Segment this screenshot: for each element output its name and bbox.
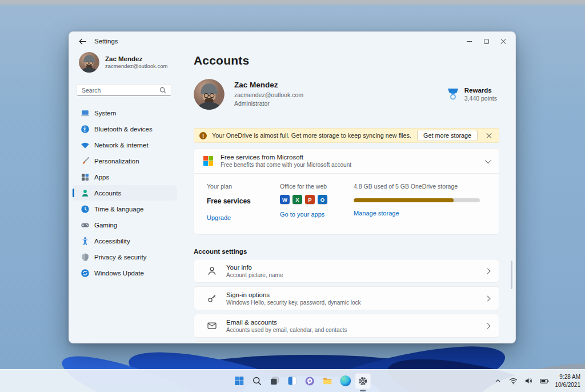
chevron-right-icon — [485, 295, 491, 301]
taskbar-chat-button[interactable] — [302, 373, 318, 389]
battery-icon[interactable] — [540, 377, 549, 386]
minimize-button[interactable] — [460, 34, 478, 48]
sidebar-item-bluetooth-devices[interactable]: Bluetooth & devices — [73, 121, 177, 137]
go-to-apps-link[interactable]: Go to your apps — [280, 211, 324, 218]
search-icon — [159, 87, 166, 94]
avatar-image — [79, 52, 99, 73]
storage-usage-label: 4.8 GB used of 5 GB OneDrive storage — [354, 183, 480, 190]
free-services-header[interactable]: Free services from Microsoft Free benefi… — [194, 149, 499, 173]
settings-row-partial[interactable] — [194, 341, 499, 343]
update-arrows-icon — [81, 269, 90, 278]
close-button[interactable] — [495, 34, 512, 48]
your-info-row[interactable]: Your info Account picture, name — [194, 259, 499, 283]
sidebar-item-label: Windows Update — [94, 270, 144, 277]
account-settings-list: Your info Account picture, name Sign-in … — [194, 259, 499, 343]
accessibility-icon — [81, 237, 90, 246]
excel-icon[interactable]: X — [292, 195, 302, 204]
taskbar-task-view-button[interactable] — [266, 373, 282, 389]
sidebar-item-accounts[interactable]: Accounts — [73, 185, 177, 201]
taskbar-edge-button[interactable] — [337, 373, 353, 389]
sign-in-options-row[interactable]: Sign-in options Windows Hello, security … — [194, 286, 499, 310]
word-icon[interactable]: W — [280, 195, 290, 204]
chat-icon — [304, 376, 315, 386]
sidebar-item-gaming[interactable]: Gaming — [73, 217, 177, 233]
sidebar-item-label: Privacy & security — [94, 254, 146, 261]
taskbar-widgets-button[interactable] — [284, 373, 300, 389]
plan-name: Free services — [207, 197, 280, 205]
sidebar-nav: System Bluetooth & devices Network & int… — [73, 105, 177, 281]
taskbar-file-explorer-button[interactable] — [319, 373, 335, 389]
taskbar-search-button[interactable] — [249, 373, 265, 389]
taskbar-clock[interactable]: 9:28 AM 10/6/2021 — [555, 373, 581, 389]
search-input[interactable] — [82, 87, 159, 94]
clock-globe-icon — [81, 205, 90, 214]
back-button[interactable] — [75, 35, 90, 47]
sidebar-item-label: Apps — [94, 174, 109, 181]
upgrade-link[interactable]: Upgrade — [207, 214, 231, 221]
sidebar-item-label: Personalization — [94, 158, 139, 165]
accounts-person-icon — [81, 189, 90, 198]
sidebar-item-personalization[interactable]: Personalization — [73, 153, 177, 169]
minimize-icon — [467, 41, 472, 42]
office-app-icons: W X P O — [280, 195, 354, 204]
search-box[interactable] — [77, 84, 171, 96]
sidebar-item-label: Network & internet — [94, 142, 149, 149]
row-subtitle: Accounts used by email, calendar, and co… — [226, 327, 347, 333]
rewards-badge[interactable]: Rewards 3,440 points — [447, 87, 499, 102]
wifi-status-icon[interactable] — [509, 377, 518, 386]
sidebar-item-apps[interactable]: Apps — [73, 169, 177, 185]
sidebar-item-label: Accessibility — [94, 238, 130, 245]
paintbrush-icon — [81, 157, 90, 166]
scrollbar-thumb[interactable] — [511, 261, 512, 289]
bluetooth-icon — [81, 125, 90, 134]
windows-start-icon — [234, 376, 244, 386]
email-accounts-row[interactable]: Email & accounts Accounts used by email,… — [194, 314, 499, 338]
maximize-button[interactable] — [478, 34, 495, 48]
sidebar-item-accessibility[interactable]: Accessibility — [73, 233, 177, 249]
rewards-icon — [447, 87, 459, 101]
chevron-right-icon — [485, 323, 491, 329]
sidebar-item-label: System — [94, 110, 116, 117]
sidebar-item-system[interactable]: System — [73, 105, 177, 121]
settings-gear-icon — [358, 376, 368, 386]
window-title: Settings — [94, 38, 118, 45]
page-title: Accounts — [194, 54, 499, 67]
taskbar-settings-button[interactable] — [355, 373, 371, 389]
sidebar-user-email: zacmendez@outlook.com — [105, 63, 167, 70]
taskbar-start-button[interactable] — [231, 373, 247, 389]
chevron-right-icon — [485, 268, 491, 274]
banner-close-button[interactable] — [483, 130, 495, 141]
sidebar-item-privacy-security[interactable]: Privacy & security — [73, 249, 177, 265]
wifi-icon — [81, 141, 90, 150]
account-avatar[interactable] — [194, 79, 225, 110]
sidebar-item-windows-update[interactable]: Windows Update — [73, 265, 177, 281]
volume-icon[interactable] — [524, 377, 534, 386]
tray-chevron-up-icon[interactable] — [494, 377, 503, 386]
sidebar-item-time-language[interactable]: Time & language — [73, 201, 177, 217]
chevron-down-icon[interactable] — [485, 157, 491, 163]
outlook-icon[interactable]: O — [318, 195, 327, 204]
sidebar-item-network-internet[interactable]: Network & internet — [73, 137, 177, 153]
manage-storage-link[interactable]: Manage storage — [354, 210, 399, 217]
account-profile-header: Zac Mendez zacmendez@outlook.com Adminis… — [194, 79, 499, 110]
key-icon — [207, 293, 217, 303]
widgets-icon — [287, 376, 297, 386]
clock-time: 9:28 AM — [555, 373, 581, 381]
row-title: Sign-in options — [226, 291, 360, 298]
edge-icon — [340, 375, 351, 386]
rewards-label: Rewards — [464, 87, 497, 94]
system-icon — [81, 109, 90, 118]
sidebar-user-profile[interactable]: Zac Mendez zacmendez@outlook.com — [79, 52, 177, 73]
main-content: Accounts Zac Men — [194, 50, 515, 343]
account-role: Administrator — [234, 99, 303, 108]
system-tray: 9:28 AM 10/6/2021 — [494, 373, 581, 389]
powerpoint-icon[interactable]: P — [305, 195, 315, 204]
row-title: Email & accounts — [226, 319, 347, 326]
rewards-points: 3,440 points — [464, 95, 497, 102]
warning-icon: ! — [199, 132, 207, 139]
row-title: Your info — [226, 264, 283, 271]
sidebar-item-label: Gaming — [94, 222, 117, 229]
get-more-storage-button[interactable]: Get more storage — [417, 130, 478, 141]
search-icon — [252, 376, 262, 386]
account-email: zacmendez@outlook.com — [234, 91, 303, 99]
